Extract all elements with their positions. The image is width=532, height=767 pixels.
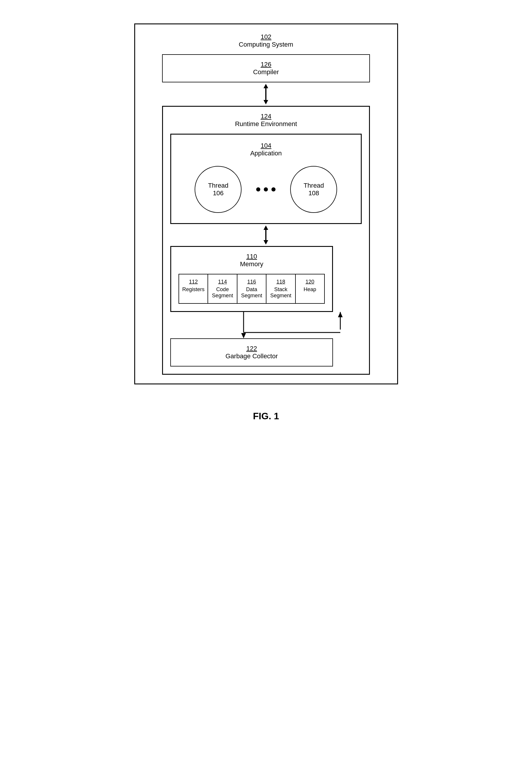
svg-marker-0 xyxy=(264,84,268,88)
segment-data: 116 DataSegment xyxy=(237,274,266,303)
ellipsis-dots xyxy=(253,187,278,191)
runtime-title: 124 Runtime Environment xyxy=(170,113,362,128)
runtime-label: Runtime Environment xyxy=(170,120,362,128)
application-box: 104 Application Thread106 xyxy=(170,134,362,224)
threads-row: Thread106 Thread108 xyxy=(179,163,353,216)
runtime-number: 124 xyxy=(170,113,362,120)
dot-2 xyxy=(264,187,268,191)
dot-1 xyxy=(256,187,260,191)
compiler-box: 126 Compiler xyxy=(162,54,370,82)
fig-label: FIG. 1 xyxy=(253,411,279,422)
compiler-label: Compiler xyxy=(169,68,363,76)
segment-registers: 112 Registers xyxy=(179,274,208,303)
segment-118-label: StackSegment xyxy=(269,286,292,299)
svg-marker-3 xyxy=(264,225,268,230)
memory-number: 110 xyxy=(179,253,325,260)
segment-118-number: 118 xyxy=(269,279,292,285)
segment-heap: 120 Heap xyxy=(296,274,324,303)
segment-114-number: 114 xyxy=(211,279,234,285)
compiler-number: 126 xyxy=(169,61,363,68)
svg-rect-4 xyxy=(265,229,266,241)
segment-112-label: Registers xyxy=(182,286,205,293)
thread-108-label: Thread108 xyxy=(304,182,324,197)
svg-marker-5 xyxy=(264,240,268,245)
segment-120-number: 120 xyxy=(299,279,321,285)
gc-box: 122 Garbage Collector xyxy=(170,338,333,366)
memory-box: 110 Memory 112 Registers 114 CodeSegment xyxy=(170,246,333,312)
segment-stack: 118 StackSegment xyxy=(266,274,295,303)
computing-system-box: 102 Computing System 126 Compiler xyxy=(134,23,398,384)
segment-120-label: Heap xyxy=(299,286,321,293)
thread-106-circle: Thread106 xyxy=(195,166,242,213)
application-label: Application xyxy=(179,150,353,157)
memory-segments-row: 112 Registers 114 CodeSegment 116 DataSe… xyxy=(179,274,325,304)
segment-116-label: DataSegment xyxy=(240,286,263,299)
thread-108-circle: Thread108 xyxy=(290,166,337,213)
computing-system-number: 102 xyxy=(144,33,388,41)
thread-106-label: Thread106 xyxy=(208,182,229,197)
computing-system-title: 102 Computing System xyxy=(144,33,388,48)
segment-112-number: 112 xyxy=(182,279,205,285)
application-number: 104 xyxy=(179,142,353,150)
compiler-runtime-arrow xyxy=(260,82,272,106)
computing-system-label: Computing System xyxy=(144,41,388,48)
svg-marker-9 xyxy=(338,312,343,317)
application-title: 104 Application xyxy=(179,142,353,157)
gc-number: 122 xyxy=(177,345,327,352)
app-memory-arrow xyxy=(260,224,272,246)
segment-code: 114 CodeSegment xyxy=(208,274,237,303)
runtime-box: 124 Runtime Environment 104 Application … xyxy=(162,106,370,375)
gc-label: Garbage Collector xyxy=(177,352,327,360)
page: 102 Computing System 126 Compiler xyxy=(105,12,427,433)
memory-gc-arrow xyxy=(170,312,362,338)
memory-title: 110 Memory xyxy=(179,253,325,268)
segment-116-number: 116 xyxy=(240,279,263,285)
memory-label: Memory xyxy=(179,260,325,268)
dot-3 xyxy=(271,187,276,191)
svg-rect-1 xyxy=(265,88,266,101)
segment-114-label: CodeSegment xyxy=(211,286,234,299)
svg-marker-2 xyxy=(264,100,268,104)
svg-marker-7 xyxy=(241,333,246,338)
